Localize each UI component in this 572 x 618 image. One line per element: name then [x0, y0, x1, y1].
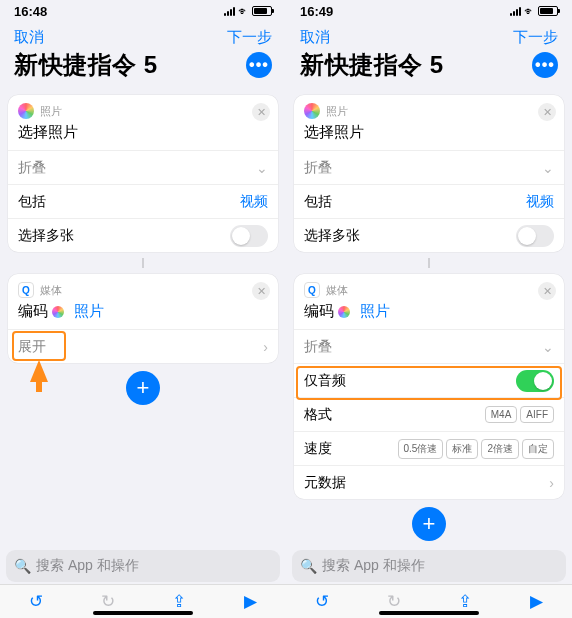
- share-button[interactable]: ⇪: [458, 591, 472, 612]
- chevron-down-icon: ⌄: [542, 160, 554, 176]
- add-button[interactable]: +: [412, 507, 446, 541]
- media-icon: Q: [18, 282, 34, 298]
- photos-icon: [52, 306, 64, 318]
- speed-options[interactable]: 0.5倍速 标准 2倍速 自定: [398, 439, 554, 459]
- photos-card: 照片 ✕ 选择照片 折叠 ⌄ 包括 视频 选择多张: [294, 95, 564, 252]
- photos-label: 照片: [326, 104, 348, 119]
- search-input[interactable]: 🔍 搜索 App 和操作: [6, 550, 280, 582]
- cellular-icon: [510, 7, 521, 16]
- play-button[interactable]: ▶: [530, 591, 543, 612]
- status-bar: 16:48 ᯤ: [0, 0, 286, 22]
- more-button[interactable]: •••: [532, 52, 558, 78]
- close-icon[interactable]: ✕: [538, 282, 556, 300]
- media-icon: Q: [304, 282, 320, 298]
- multi-row: 选择多张: [8, 218, 278, 252]
- close-icon[interactable]: ✕: [252, 282, 270, 300]
- include-value[interactable]: 视频: [526, 193, 554, 211]
- title-row: 新快捷指令 5 •••: [0, 49, 286, 89]
- chevron-right-icon: ›: [263, 339, 268, 355]
- action-title: 选择照片: [8, 123, 278, 150]
- photos-label: 照片: [40, 104, 62, 119]
- clock: 16:48: [14, 4, 47, 19]
- media-card: Q 媒体 ✕ 编码 照片 折叠 ⌄ 仅音频 格式 M4A AIFF 速度: [294, 274, 564, 499]
- wifi-icon: ᯤ: [524, 5, 535, 17]
- page-title: 新快捷指令 5: [14, 49, 158, 81]
- connector: [286, 258, 572, 268]
- close-icon[interactable]: ✕: [252, 103, 270, 121]
- cellular-icon: [224, 7, 235, 16]
- redo-button: ↻: [101, 591, 115, 612]
- wifi-icon: ᯤ: [238, 5, 249, 17]
- include-row[interactable]: 包括 视频: [8, 184, 278, 218]
- next-button[interactable]: 下一步: [513, 28, 558, 47]
- speed-row[interactable]: 速度 0.5倍速 标准 2倍速 自定: [294, 431, 564, 465]
- chevron-down-icon: ⌄: [542, 339, 554, 355]
- search-icon: 🔍: [14, 558, 31, 574]
- search-icon: 🔍: [300, 558, 317, 574]
- chevron-down-icon: ⌄: [256, 160, 268, 176]
- nav-bar: 取消 下一步: [0, 22, 286, 49]
- search-placeholder: 搜索 App 和操作: [36, 557, 139, 575]
- media-label: 媒体: [40, 283, 62, 298]
- title-row: 新快捷指令 5 •••: [286, 49, 572, 89]
- battery-icon: [538, 6, 558, 16]
- audio-toggle[interactable]: [516, 370, 554, 392]
- add-button[interactable]: +: [126, 371, 160, 405]
- encode-title: 编码 照片: [294, 302, 564, 329]
- format-row[interactable]: 格式 M4A AIFF: [294, 397, 564, 431]
- photos-icon: [18, 103, 34, 119]
- nav-bar: 取消 下一步: [286, 22, 572, 49]
- cancel-button[interactable]: 取消: [14, 28, 44, 47]
- include-row[interactable]: 包括 视频: [294, 184, 564, 218]
- close-icon[interactable]: ✕: [538, 103, 556, 121]
- battery-icon: [252, 6, 272, 16]
- status-icons: ᯤ: [224, 5, 272, 17]
- photos-icon: [338, 306, 350, 318]
- encode-title: 编码 照片: [8, 302, 278, 329]
- connector: [0, 258, 286, 268]
- media-card: Q 媒体 ✕ 编码 照片 展开 ›: [8, 274, 278, 363]
- status-icons: ᯤ: [510, 5, 558, 17]
- screen-left: 16:48 ᯤ 取消 下一步 新快捷指令 5 ••• 照片 ✕ 选择照片 折叠 …: [0, 0, 286, 618]
- include-value[interactable]: 视频: [240, 193, 268, 211]
- next-button[interactable]: 下一步: [227, 28, 272, 47]
- photos-card: 照片 ✕ 选择照片 折叠 ⌄ 包括 视频 选择多张: [8, 95, 278, 252]
- multi-toggle[interactable]: [516, 225, 554, 247]
- collapse-row[interactable]: 折叠 ⌄: [294, 150, 564, 184]
- status-bar: 16:49 ᯤ: [286, 0, 572, 22]
- chevron-right-icon: ›: [549, 475, 554, 491]
- redo-button: ↻: [387, 591, 401, 612]
- home-indicator: [379, 611, 479, 615]
- undo-button[interactable]: ↺: [29, 591, 43, 612]
- collapse-row[interactable]: 折叠 ⌄: [8, 150, 278, 184]
- annotation-arrow: [30, 360, 48, 382]
- media-label: 媒体: [326, 283, 348, 298]
- multi-toggle[interactable]: [230, 225, 268, 247]
- clock: 16:49: [300, 4, 333, 19]
- search-input[interactable]: 🔍 搜索 App 和操作: [292, 550, 566, 582]
- photos-icon: [304, 103, 320, 119]
- undo-button[interactable]: ↺: [315, 591, 329, 612]
- expand-row[interactable]: 展开 ›: [8, 329, 278, 363]
- metadata-row[interactable]: 元数据 ›: [294, 465, 564, 499]
- page-title: 新快捷指令 5: [300, 49, 444, 81]
- more-button[interactable]: •••: [246, 52, 272, 78]
- action-title: 选择照片: [294, 123, 564, 150]
- collapse2-row[interactable]: 折叠 ⌄: [294, 329, 564, 363]
- cancel-button[interactable]: 取消: [300, 28, 330, 47]
- multi-row: 选择多张: [294, 218, 564, 252]
- home-indicator: [93, 611, 193, 615]
- search-placeholder: 搜索 App 和操作: [322, 557, 425, 575]
- format-options[interactable]: M4A AIFF: [485, 406, 554, 423]
- play-button[interactable]: ▶: [244, 591, 257, 612]
- audio-only-row: 仅音频: [294, 363, 564, 397]
- share-button[interactable]: ⇪: [172, 591, 186, 612]
- screen-right: 16:49 ᯤ 取消 下一步 新快捷指令 5 ••• 照片 ✕ 选择照片 折叠 …: [286, 0, 572, 618]
